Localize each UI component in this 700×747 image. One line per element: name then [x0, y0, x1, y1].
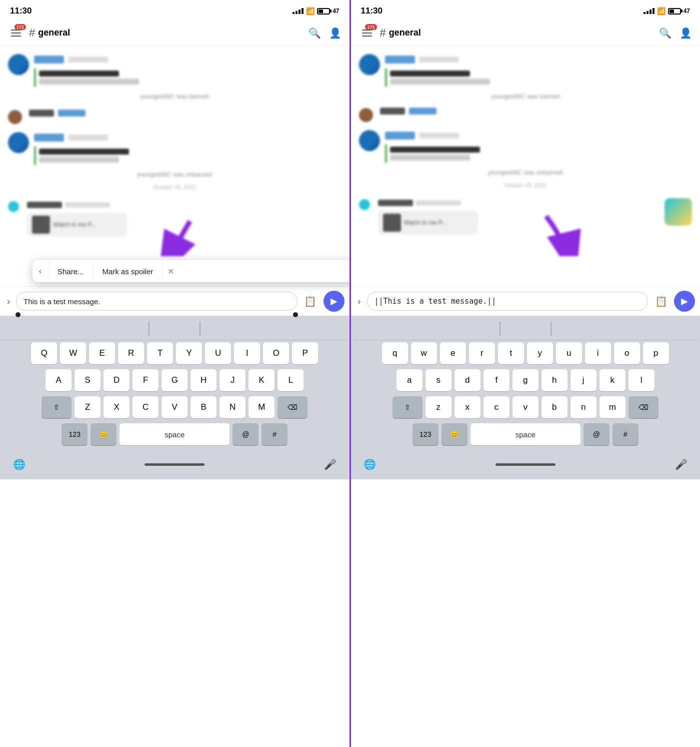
key-space[interactable]: space: [120, 423, 230, 445]
key-C[interactable]: C: [132, 396, 158, 418]
key-M[interactable]: M: [248, 396, 274, 418]
menu-icon[interactable]: 171: [8, 25, 24, 41]
key-y[interactable]: y: [527, 342, 553, 364]
key-k[interactable]: k: [600, 369, 626, 391]
context-menu-back[interactable]: ‹: [32, 260, 48, 282]
system-message-r2: youngestWC was unbanned: [351, 167, 700, 178]
key-p[interactable]: p: [643, 342, 669, 364]
key-s[interactable]: s: [426, 369, 452, 391]
key-hash-right[interactable]: #: [612, 423, 638, 445]
key-F[interactable]: F: [132, 369, 158, 391]
menu-icon-right[interactable]: 171: [359, 25, 375, 41]
message-input-right[interactable]: ||This is a test message.||: [367, 292, 648, 311]
context-menu[interactable]: ‹ Share... Mark as spoiler ✕: [32, 260, 350, 282]
key-j[interactable]: j: [570, 369, 596, 391]
key-shift-right[interactable]: ⇧: [392, 396, 422, 418]
key-emoji[interactable]: 😊: [90, 423, 116, 445]
key-t[interactable]: t: [498, 342, 524, 364]
expand-icon-right[interactable]: ›: [356, 294, 363, 309]
key-P[interactable]: P: [292, 342, 318, 364]
key-i[interactable]: i: [585, 342, 611, 364]
profile-icon[interactable]: 👤: [329, 27, 342, 39]
signal-icon: [292, 8, 304, 14]
key-e[interactable]: e: [440, 342, 466, 364]
key-A[interactable]: A: [46, 369, 72, 391]
key-Y[interactable]: Y: [176, 342, 202, 364]
keyboard-row-2-right: a s d f g h j k l: [353, 369, 698, 391]
key-o[interactable]: o: [614, 342, 640, 364]
expand-icon[interactable]: ›: [5, 294, 12, 309]
key-J[interactable]: J: [220, 369, 246, 391]
key-L[interactable]: L: [278, 369, 304, 391]
key-E[interactable]: E: [89, 342, 115, 364]
search-icon-right[interactable]: 🔍: [659, 27, 672, 39]
key-d[interactable]: d: [454, 369, 480, 391]
context-menu-close[interactable]: ✕: [162, 260, 178, 282]
key-g[interactable]: g: [512, 369, 538, 391]
key-u[interactable]: u: [556, 342, 582, 364]
key-U[interactable]: U: [205, 342, 231, 364]
key-S[interactable]: S: [74, 369, 100, 391]
key-H[interactable]: H: [190, 369, 216, 391]
key-shift[interactable]: ⇧: [42, 396, 72, 418]
key-T[interactable]: T: [147, 342, 173, 364]
channel-name[interactable]: general: [38, 28, 70, 38]
keyboard-right[interactable]: q w e r t y u i o p a s d f g h j k l ⇧ …: [351, 316, 700, 479]
key-Q[interactable]: Q: [31, 342, 57, 364]
key-at-right[interactable]: @: [584, 423, 610, 445]
key-l[interactable]: l: [628, 369, 654, 391]
key-backspace[interactable]: ⌫: [278, 396, 308, 418]
key-X[interactable]: X: [104, 396, 130, 418]
key-b[interactable]: b: [542, 396, 568, 418]
key-Z[interactable]: Z: [74, 396, 100, 418]
key-123-right[interactable]: 123: [412, 423, 438, 445]
status-icons-right: 📶 47: [644, 7, 690, 15]
key-B[interactable]: B: [190, 396, 216, 418]
key-123[interactable]: 123: [62, 423, 88, 445]
keyboard-left[interactable]: Q W E R T Y U I O P A S D F G H J K L ⇧ …: [0, 316, 350, 479]
key-V[interactable]: V: [162, 396, 188, 418]
key-G[interactable]: G: [162, 369, 188, 391]
key-r[interactable]: r: [469, 342, 495, 364]
key-O[interactable]: O: [263, 342, 289, 364]
key-f[interactable]: f: [484, 369, 510, 391]
key-m[interactable]: m: [600, 396, 626, 418]
key-a[interactable]: a: [396, 369, 422, 391]
mark-spoiler-menu-item[interactable]: Mark as spoiler: [94, 261, 163, 282]
key-K[interactable]: K: [248, 369, 274, 391]
send-button-left[interactable]: ▶: [324, 291, 344, 312]
key-D[interactable]: D: [104, 369, 130, 391]
key-mic[interactable]: 🎤: [320, 453, 342, 475]
search-icon[interactable]: 🔍: [308, 27, 321, 39]
key-at[interactable]: @: [232, 423, 258, 445]
key-N[interactable]: N: [220, 396, 246, 418]
key-hash-sym[interactable]: #: [262, 423, 288, 445]
key-q[interactable]: q: [382, 342, 408, 364]
key-R[interactable]: R: [118, 342, 144, 364]
key-z[interactable]: z: [426, 396, 452, 418]
key-W[interactable]: W: [60, 342, 86, 364]
key-c[interactable]: c: [484, 396, 510, 418]
share-menu-item[interactable]: Share...: [48, 261, 94, 282]
key-I[interactable]: I: [234, 342, 260, 364]
channel-name-right[interactable]: general: [389, 28, 421, 38]
key-space-right[interactable]: space: [470, 423, 580, 445]
key-v[interactable]: v: [512, 396, 538, 418]
message-input-left[interactable]: This is a test message.: [16, 292, 298, 311]
profile-icon-right[interactable]: 👤: [680, 27, 692, 39]
key-globe-right[interactable]: 🌐: [359, 453, 381, 475]
send-button-right[interactable]: ▶: [674, 291, 695, 312]
key-h[interactable]: h: [542, 369, 568, 391]
key-mic-right[interactable]: 🎤: [670, 453, 692, 475]
attachment-icon-right[interactable]: 📋: [652, 292, 670, 310]
sticker: [664, 198, 692, 226]
key-backspace-right[interactable]: ⌫: [628, 396, 658, 418]
key-w[interactable]: w: [411, 342, 437, 364]
key-x[interactable]: x: [454, 396, 480, 418]
key-n[interactable]: n: [570, 396, 596, 418]
status-icons-left: 📶 47: [292, 7, 339, 15]
key-emoji-right[interactable]: 😊: [442, 423, 468, 445]
status-time-left: 11:30: [10, 6, 32, 16]
attachment-icon[interactable]: 📋: [302, 292, 320, 310]
key-globe[interactable]: 🌐: [8, 453, 30, 475]
